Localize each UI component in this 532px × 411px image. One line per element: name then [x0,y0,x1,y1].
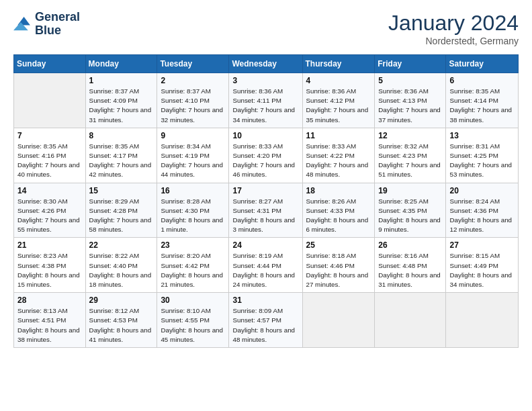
day-cell: 21Sunrise: 8:23 AMSunset: 4:38 PMDayligh… [14,238,86,293]
day-info: Sunrise: 8:36 AMSunset: 4:12 PMDaylight:… [306,87,371,125]
day-info: Sunrise: 8:19 AMSunset: 4:44 PMDaylight:… [232,251,298,289]
header-sunday: Sunday [14,55,86,73]
day-cell: 19Sunrise: 8:25 AMSunset: 4:35 PMDayligh… [375,183,446,238]
day-number: 17 [232,186,298,195]
logo-text: General Blue [35,11,80,38]
day-cell [14,73,86,128]
day-cell [302,293,375,348]
day-cell: 4Sunrise: 8:36 AMSunset: 4:12 PMDaylight… [302,73,375,128]
day-cell: 16Sunrise: 8:28 AMSunset: 4:30 PMDayligh… [157,183,229,238]
day-info: Sunrise: 8:33 AMSunset: 4:20 PMDaylight:… [232,142,298,180]
day-info: Sunrise: 8:23 AMSunset: 4:38 PMDaylight:… [17,251,82,289]
day-info: Sunrise: 8:18 AMSunset: 4:46 PMDaylight:… [306,251,371,289]
day-number: 1 [89,76,154,85]
week-row-4: 21Sunrise: 8:23 AMSunset: 4:38 PMDayligh… [14,238,519,293]
day-info: Sunrise: 8:37 AMSunset: 4:10 PMDaylight:… [161,87,225,125]
calendar-header-row: SundayMondayTuesdayWednesdayThursdayFrid… [14,55,519,73]
header-thursday: Thursday [302,55,375,73]
day-info: Sunrise: 8:12 AMSunset: 4:53 PMDaylight:… [89,306,154,345]
day-number: 6 [449,76,515,85]
day-info: Sunrise: 8:33 AMSunset: 4:22 PMDaylight:… [306,142,371,180]
header-friday: Friday [375,55,446,73]
day-cell: 29Sunrise: 8:12 AMSunset: 4:53 PMDayligh… [85,293,157,348]
header-tuesday: Tuesday [157,55,229,73]
header-monday: Monday [85,55,157,73]
day-info: Sunrise: 8:26 AMSunset: 4:33 PMDaylight:… [306,197,371,235]
day-info: Sunrise: 8:32 AMSunset: 4:23 PMDaylight:… [378,142,442,180]
day-number: 23 [161,240,225,250]
week-row-2: 7Sunrise: 8:35 AMSunset: 4:16 PMDaylight… [14,128,519,183]
day-info: Sunrise: 8:30 AMSunset: 4:26 PMDaylight:… [17,197,82,235]
day-info: Sunrise: 8:24 AMSunset: 4:36 PMDaylight:… [449,197,515,235]
day-number: 3 [232,76,298,85]
day-number: 22 [89,240,154,250]
day-info: Sunrise: 8:16 AMSunset: 4:48 PMDaylight:… [378,251,442,289]
calendar: SundayMondayTuesdayWednesdayThursdayFrid… [13,54,519,348]
day-info: Sunrise: 8:10 AMSunset: 4:55 PMDaylight:… [161,306,225,345]
day-number: 30 [161,295,225,305]
day-cell: 20Sunrise: 8:24 AMSunset: 4:36 PMDayligh… [446,183,519,238]
day-number: 11 [306,131,371,140]
day-number: 2 [161,76,225,85]
day-number: 10 [232,131,298,140]
day-cell: 28Sunrise: 8:13 AMSunset: 4:51 PMDayligh… [14,293,86,348]
day-cell: 26Sunrise: 8:16 AMSunset: 4:48 PMDayligh… [375,238,446,293]
day-number: 8 [89,131,154,140]
day-cell: 22Sunrise: 8:22 AMSunset: 4:40 PMDayligh… [85,238,157,293]
day-info: Sunrise: 8:35 AMSunset: 4:16 PMDaylight:… [17,142,82,180]
location: Norderstedt, Germany [388,36,519,46]
day-cell: 7Sunrise: 8:35 AMSunset: 4:16 PMDaylight… [14,128,86,183]
day-info: Sunrise: 8:37 AMSunset: 4:09 PMDaylight:… [89,87,154,125]
day-cell: 5Sunrise: 8:36 AMSunset: 4:13 PMDaylight… [375,73,446,128]
day-number: 4 [306,76,371,85]
day-cell: 9Sunrise: 8:34 AMSunset: 4:19 PMDaylight… [157,128,229,183]
title-block: January 2024 Norderstedt, Germany [388,11,519,46]
day-number: 24 [232,240,298,250]
day-info: Sunrise: 8:34 AMSunset: 4:19 PMDaylight:… [161,142,225,180]
day-cell: 31Sunrise: 8:09 AMSunset: 4:57 PMDayligh… [229,293,302,348]
day-number: 18 [306,186,371,195]
week-row-5: 28Sunrise: 8:13 AMSunset: 4:51 PMDayligh… [14,293,519,348]
day-number: 9 [161,131,225,140]
day-cell: 10Sunrise: 8:33 AMSunset: 4:20 PMDayligh… [229,128,302,183]
day-info: Sunrise: 8:28 AMSunset: 4:30 PMDaylight:… [161,197,225,235]
day-cell: 23Sunrise: 8:20 AMSunset: 4:42 PMDayligh… [157,238,229,293]
day-number: 27 [449,240,515,250]
day-cell: 1Sunrise: 8:37 AMSunset: 4:09 PMDaylight… [85,73,157,128]
day-info: Sunrise: 8:27 AMSunset: 4:31 PMDaylight:… [232,197,298,235]
day-info: Sunrise: 8:35 AMSunset: 4:17 PMDaylight:… [89,142,154,180]
day-cell [375,293,446,348]
day-info: Sunrise: 8:22 AMSunset: 4:40 PMDaylight:… [89,251,154,289]
day-number: 26 [378,240,442,250]
day-cell: 2Sunrise: 8:37 AMSunset: 4:10 PMDaylight… [157,73,229,128]
day-number: 19 [378,186,442,195]
day-info: Sunrise: 8:20 AMSunset: 4:42 PMDaylight:… [161,251,225,289]
day-number: 21 [17,240,82,250]
day-cell: 18Sunrise: 8:26 AMSunset: 4:33 PMDayligh… [302,183,375,238]
day-cell: 13Sunrise: 8:31 AMSunset: 4:25 PMDayligh… [446,128,519,183]
week-row-1: 1Sunrise: 8:37 AMSunset: 4:09 PMDaylight… [14,73,519,128]
day-number: 7 [17,131,82,140]
day-number: 13 [449,131,515,140]
day-number: 16 [161,186,225,195]
day-cell: 25Sunrise: 8:18 AMSunset: 4:46 PMDayligh… [302,238,375,293]
day-info: Sunrise: 8:15 AMSunset: 4:49 PMDaylight:… [449,251,515,289]
day-number: 5 [378,76,442,85]
day-info: Sunrise: 8:29 AMSunset: 4:28 PMDaylight:… [89,197,154,235]
day-info: Sunrise: 8:31 AMSunset: 4:25 PMDaylight:… [449,142,515,180]
day-cell: 11Sunrise: 8:33 AMSunset: 4:22 PMDayligh… [302,128,375,183]
day-cell: 14Sunrise: 8:30 AMSunset: 4:26 PMDayligh… [14,183,86,238]
day-cell: 24Sunrise: 8:19 AMSunset: 4:44 PMDayligh… [229,238,302,293]
week-row-3: 14Sunrise: 8:30 AMSunset: 4:26 PMDayligh… [14,183,519,238]
day-number: 31 [232,295,298,305]
day-cell: 8Sunrise: 8:35 AMSunset: 4:17 PMDaylight… [85,128,157,183]
day-number: 28 [17,295,82,305]
day-info: Sunrise: 8:13 AMSunset: 4:51 PMDaylight:… [17,306,82,345]
header-wednesday: Wednesday [229,55,302,73]
day-cell: 15Sunrise: 8:29 AMSunset: 4:28 PMDayligh… [85,183,157,238]
day-number: 29 [89,295,154,305]
header-saturday: Saturday [446,55,519,73]
month-title: January 2024 [388,11,519,36]
day-number: 20 [449,186,515,195]
day-cell: 27Sunrise: 8:15 AMSunset: 4:49 PMDayligh… [446,238,519,293]
